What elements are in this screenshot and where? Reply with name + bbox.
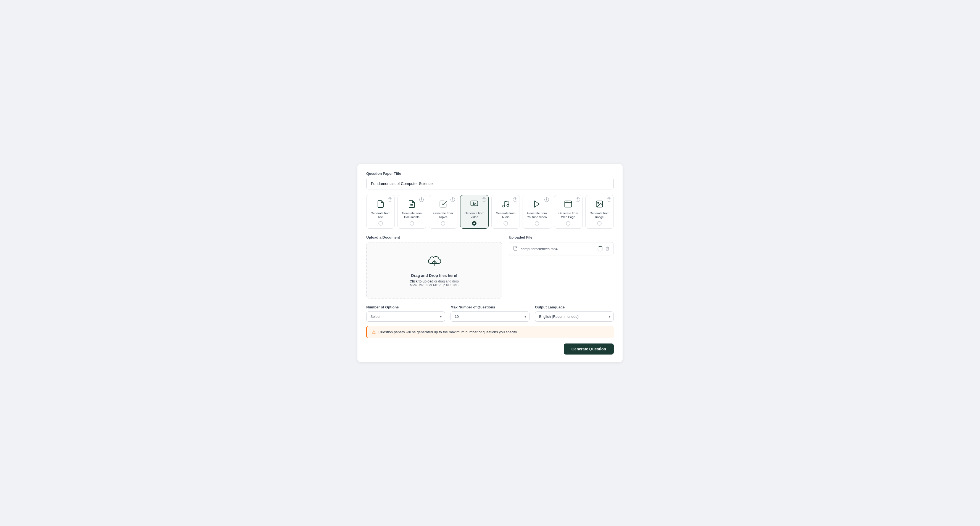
uploaded-file-section: Uploaded File computersciences.mp4	[509, 235, 614, 299]
footer: Generate Question	[366, 343, 614, 354]
radio-topics[interactable]	[441, 221, 445, 226]
output-language-group: Output Language English (Recommended) Sp…	[535, 305, 614, 322]
num-options-group: Number of Options Select 2 3 4 5 ▾	[366, 305, 445, 322]
title-input[interactable]	[366, 178, 614, 189]
gen-card-video-label: Generate from Video	[463, 211, 486, 219]
generate-button[interactable]: Generate Question	[564, 343, 614, 354]
help-icon-image[interactable]: ?	[607, 197, 611, 202]
file-item: computersciences.mp4	[509, 242, 614, 256]
radio-youtube[interactable]	[535, 221, 539, 226]
gen-card-audio-label: Generate from Audio	[494, 211, 517, 219]
checklist-icon	[438, 199, 448, 209]
main-container: Question Paper Title ? Generate from Tex…	[357, 164, 623, 362]
svg-rect-7	[565, 201, 572, 207]
drop-title: Drag and Drop files here!	[411, 273, 457, 278]
help-icon-text[interactable]: ?	[388, 197, 392, 202]
radio-video[interactable]	[472, 221, 476, 226]
svg-marker-6	[535, 201, 539, 207]
upload-section: Upload a Document Drag and Drop files he…	[366, 235, 614, 299]
gen-card-youtube-label: Generate from Youtube Video	[525, 211, 549, 219]
uploaded-file-title: Uploaded File	[509, 235, 614, 239]
drop-or-text: or drag and drop	[433, 280, 459, 283]
browser-icon	[563, 199, 573, 209]
help-icon-documents[interactable]: ?	[419, 197, 424, 202]
help-icon-youtube[interactable]: ?	[544, 197, 549, 202]
max-questions-group: Max Number of Questions 5 10 15 20 25 30…	[450, 305, 529, 322]
video-icon	[469, 199, 479, 209]
file-actions	[597, 246, 609, 251]
gen-card-audio[interactable]: ? Generate from Audio	[492, 195, 520, 229]
music-icon	[501, 199, 511, 209]
youtube-icon	[532, 199, 542, 209]
gen-card-topics[interactable]: ? Generate from Topics	[429, 195, 457, 229]
gen-card-video[interactable]: ? Generate from Video	[460, 195, 488, 229]
max-questions-select[interactable]: 5 10 15 20 25 30	[450, 311, 529, 322]
svg-rect-2	[471, 201, 478, 206]
max-questions-label: Max Number of Questions	[450, 305, 529, 309]
num-options-select[interactable]: Select 2 3 4 5	[366, 311, 445, 322]
upload-progress	[597, 246, 603, 251]
svg-point-4	[503, 205, 504, 207]
max-questions-select-wrapper: 5 10 15 20 25 30 ▾	[450, 311, 529, 322]
radio-audio[interactable]	[504, 221, 508, 226]
num-options-select-wrapper: Select 2 3 4 5 ▾	[366, 311, 445, 322]
help-icon-video[interactable]: ?	[482, 197, 486, 202]
gen-card-webpage-label: Generate from Web Page	[557, 211, 580, 219]
delete-file-button[interactable]	[605, 246, 609, 251]
file-text-icon	[407, 199, 417, 209]
gen-card-webpage[interactable]: ? Generate from Web Page	[554, 195, 582, 229]
radio-documents[interactable]	[410, 221, 414, 226]
help-icon-webpage[interactable]: ?	[576, 197, 580, 202]
warning-text: Question papers will be generated up to …	[379, 330, 518, 334]
file-name: computersciences.mp4	[521, 247, 595, 251]
gen-card-text-label: Generate from Text	[369, 211, 392, 219]
upload-title: Upload a Document	[366, 235, 502, 239]
title-label: Question Paper Title	[366, 172, 614, 176]
image-icon	[594, 199, 605, 209]
gen-card-documents[interactable]: ? Generate from Documents	[398, 195, 426, 229]
svg-marker-3	[474, 203, 476, 205]
gen-type-grid: ? Generate from Text ? Generate from Doc…	[366, 195, 614, 229]
help-icon-audio[interactable]: ?	[513, 197, 517, 202]
file-icon	[375, 199, 386, 209]
warning-icon: ⚠	[372, 329, 375, 335]
options-row: Number of Options Select 2 3 4 5 ▾ Max N…	[366, 305, 614, 322]
warning-banner: ⚠ Question papers will be generated up t…	[366, 326, 614, 338]
click-to-upload[interactable]: Click to upload	[410, 280, 433, 283]
upload-left: Upload a Document Drag and Drop files he…	[366, 235, 502, 299]
gen-card-image[interactable]: ? Generate from Image	[585, 195, 614, 229]
dropzone[interactable]: Drag and Drop files here! Click to uploa…	[366, 242, 502, 299]
radio-image[interactable]	[597, 221, 601, 226]
help-icon-topics[interactable]: ?	[450, 197, 455, 202]
gen-card-image-label: Generate from Image	[588, 211, 611, 219]
gen-card-topics-label: Generate from Topics	[431, 211, 455, 219]
output-language-label: Output Language	[535, 305, 614, 309]
drop-sub: Click to upload or drag and drop	[410, 280, 459, 283]
num-options-label: Number of Options	[366, 305, 445, 309]
output-language-select[interactable]: English (Recommended) Spanish French Ger…	[535, 311, 614, 322]
gen-card-documents-label: Generate from Documents	[400, 211, 423, 219]
svg-point-5	[507, 204, 509, 207]
drop-format: MP4, MPEG or MOV up to 10MB	[410, 283, 458, 287]
cloud-upload-icon	[425, 253, 443, 269]
gen-card-youtube[interactable]: ? Generate from Youtube Video	[523, 195, 551, 229]
file-type-icon	[513, 246, 518, 252]
radio-text[interactable]	[379, 221, 383, 226]
radio-webpage[interactable]	[566, 221, 570, 226]
output-language-select-wrapper: English (Recommended) Spanish French Ger…	[535, 311, 614, 322]
svg-point-12	[598, 202, 599, 203]
gen-card-text[interactable]: ? Generate from Text	[366, 195, 395, 229]
